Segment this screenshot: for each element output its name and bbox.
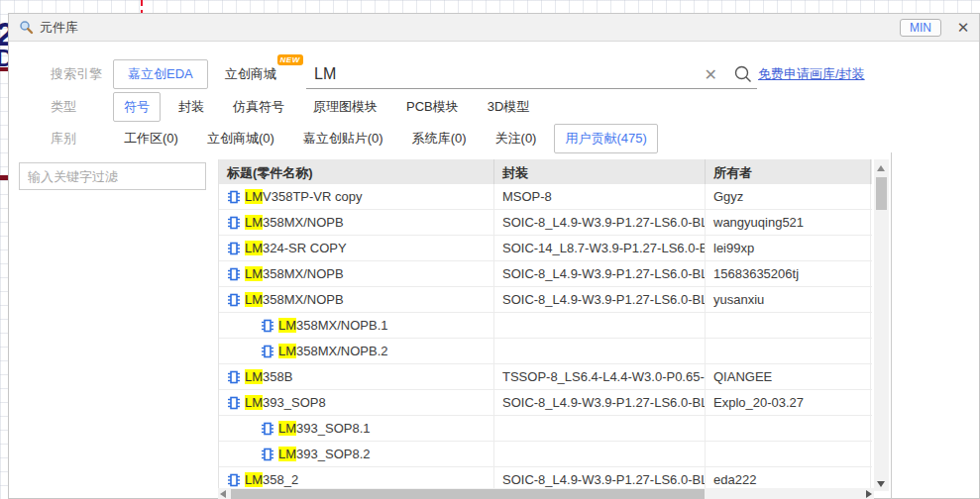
column-header-footprint: 封装	[494, 159, 706, 184]
owner-cell	[706, 442, 871, 466]
type-option[interactable]: PCB模块	[395, 92, 470, 122]
search-submit-icon[interactable]	[733, 64, 753, 84]
part-name: 358_2	[263, 472, 298, 487]
vertical-scrollbar[interactable]	[874, 159, 889, 491]
footprint-cell: MSOP-8	[494, 184, 706, 209]
category-label: 库别	[51, 130, 106, 148]
panel-divider	[891, 152, 892, 499]
part-name-cell: LM358MX/NOPB	[219, 261, 494, 286]
category-option[interactable]: 关注(0)	[485, 124, 548, 153]
scroll-up-icon[interactable]	[877, 165, 885, 171]
table-row[interactable]: LM393_SOP8 SOIC-8_L4.9-W3.9-P1.27-LS6.0-…	[219, 390, 872, 416]
part-name-cell: LM358B	[219, 364, 494, 389]
component-library-dialog: 元件库 MIN ✕ 搜索引擎 嘉立创EDA 立创商城 NEW LM ✕ 免费申请…	[8, 13, 980, 499]
table-row[interactable]: LM358MX/NOPB SOIC-8_L4.9-W3.9-P1.27-LS6.…	[219, 287, 872, 313]
search-term-highlight: LM	[278, 421, 296, 436]
owner-cell: Ggyz	[706, 184, 871, 209]
part-name: 358MX/NOPB.1	[296, 318, 388, 333]
library-magnifier-icon	[19, 20, 34, 35]
part-name: 393_SOP8.1	[296, 421, 370, 436]
table-row[interactable]: LM393_SOP8.1	[219, 416, 872, 442]
table-row[interactable]: LM358MX/NOPB.2	[219, 339, 872, 364]
engine-tab-jlceda[interactable]: 嘉立创EDA	[113, 59, 208, 89]
component-icon	[227, 396, 241, 410]
horizontal-scrollbar-thumb[interactable]	[231, 489, 705, 499]
search-term-highlight: LM	[245, 395, 263, 410]
search-term-highlight: LM	[245, 292, 263, 307]
part-name-cell: LM324-SR COPY	[219, 236, 494, 260]
search-term-highlight: LM	[245, 369, 263, 384]
part-name-cell: LM393_SOP8.1	[219, 416, 494, 441]
category-option[interactable]: 系统库(0)	[401, 124, 478, 153]
category-option[interactable]: 工作区(0)	[113, 124, 189, 153]
component-icon	[227, 242, 241, 255]
type-label: 类型	[51, 98, 106, 116]
component-icon	[227, 190, 241, 204]
search-engine-label: 搜索引擎	[51, 65, 106, 83]
close-icon[interactable]: ✕	[955, 19, 971, 37]
part-name-cell: LM358MX/NOPB	[219, 287, 494, 312]
part-name: 393_SOP8	[263, 395, 326, 410]
dialog-titlebar[interactable]: 元件库 MIN ✕	[9, 14, 979, 42]
footprint-cell: SOIC-8_L4.9-W3.9-P1.27-LS6.0-BL	[494, 261, 706, 286]
type-option[interactable]: 仿真符号	[222, 92, 295, 122]
results-table: 标题(零件名称) 封装 所有者	[218, 159, 872, 499]
category-option[interactable]: 嘉立创贴片(0)	[292, 124, 394, 153]
new-badge: NEW	[277, 54, 303, 65]
search-term-highlight: LM	[245, 189, 263, 204]
type-option[interactable]: 符号	[113, 92, 161, 122]
scroll-left-icon[interactable]	[220, 490, 226, 498]
footprint-cell: SOIC-14_L8.7-W3.9-P1.27-LS6.0-BL	[494, 236, 706, 260]
part-name: 358MX/NOPB	[263, 266, 344, 281]
component-icon	[227, 370, 241, 384]
horizontal-scrollbar[interactable]	[218, 488, 874, 499]
part-name: 393_SOP8.2	[296, 447, 370, 461]
type-option[interactable]: 原理图模块	[302, 92, 388, 122]
dialog-title: 元件库	[40, 19, 78, 37]
vertical-scrollbar-thumb[interactable]	[876, 177, 887, 210]
owner-cell: wangyuqing521	[706, 210, 871, 235]
search-input[interactable]: LM ✕	[306, 60, 757, 89]
search-term-highlight: LM	[245, 266, 263, 281]
component-icon	[261, 422, 274, 436]
table-row[interactable]: LM358B TSSOP-8_LS6.4-L4.4-W3.0-P0.65-BL …	[219, 364, 872, 390]
clear-search-icon[interactable]: ✕	[705, 65, 717, 84]
scroll-right-icon[interactable]	[866, 490, 872, 498]
part-name: V358TP-VR copy	[263, 189, 362, 204]
footprint-cell: TSSOP-8_LS6.4-L4.4-W3.0-P0.65-BL	[494, 364, 706, 389]
part-name: 358MX/NOPB	[263, 292, 344, 307]
part-name-cell: LM393_SOP8.2	[219, 442, 494, 466]
search-term-highlight: LM	[278, 447, 296, 461]
component-icon	[261, 319, 274, 333]
table-header: 标题(零件名称) 封装 所有者	[219, 159, 872, 184]
owner-cell	[706, 313, 871, 338]
apply-library-link[interactable]: 免费申请画库/封装	[758, 65, 865, 83]
table-row[interactable]: LM393_SOP8.2	[219, 442, 872, 467]
footprint-cell: SOIC-8_L4.9-W3.9-P1.27-LS6.0-BL	[494, 287, 706, 312]
type-option[interactable]: 封装	[167, 92, 215, 122]
minimize-button[interactable]: MIN	[900, 19, 941, 37]
table-row[interactable]: LM358MX/NOPB SOIC-8_L4.9-W3.9-P1.27-LS6.…	[219, 261, 872, 287]
part-name-cell: LMV358TP-VR copy	[219, 184, 494, 209]
owner-cell: lei99xp	[706, 236, 871, 260]
type-option[interactable]: 3D模型	[477, 92, 541, 122]
engine-tab-lcsc[interactable]: 立创商城 NEW	[225, 65, 276, 83]
scroll-down-icon[interactable]	[877, 481, 885, 487]
component-icon	[261, 345, 274, 358]
table-row[interactable]: LM358MX/NOPB.1	[219, 313, 872, 339]
category-option[interactable]: 用户贡献(475)	[554, 124, 657, 153]
table-row[interactable]: LM358MX/NOPB SOIC-8_L4.9-W3.9-P1.27-LS6.…	[219, 210, 872, 236]
search-term-highlight: LM	[278, 318, 296, 333]
table-row[interactable]: LMV358TP-VR copy MSOP-8 Ggyz	[219, 184, 872, 210]
search-term-highlight: LM	[245, 241, 263, 255]
owner-cell	[706, 416, 871, 441]
category-option[interactable]: 立创商城(0)	[196, 124, 285, 153]
table-row[interactable]: LM324-SR COPY SOIC-14_L8.7-W3.9-P1.27-LS…	[219, 236, 872, 261]
owner-cell: 15683635206tj	[706, 261, 871, 286]
footprint-cell: SOIC-8_L4.9-W3.9-P1.27-LS6.0-BL	[494, 390, 706, 415]
search-query-text: LM	[314, 65, 705, 83]
footprint-cell	[494, 339, 706, 363]
footprint-cell: SOIC-8_L4.9-W3.9-P1.27-LS6.0-BL	[494, 210, 706, 235]
search-term-highlight: LM	[245, 215, 263, 230]
filter-input[interactable]	[19, 162, 206, 190]
